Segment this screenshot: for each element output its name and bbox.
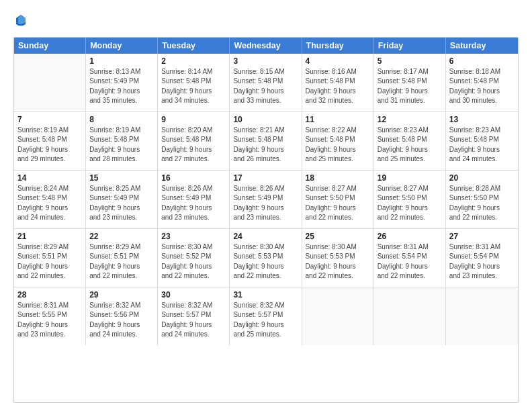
cell-line: Sunrise: 8:26 AM: [233, 184, 298, 194]
logo: [13, 13, 27, 32]
calendar-cell: 15Sunrise: 8:25 AMSunset: 5:49 PMDayligh…: [86, 171, 158, 228]
calendar-cell: 28Sunrise: 8:31 AMSunset: 5:55 PMDayligh…: [14, 287, 86, 345]
cell-line: and 34 minutes.: [161, 96, 226, 106]
calendar-cell: 18Sunrise: 8:27 AMSunset: 5:50 PMDayligh…: [302, 171, 374, 228]
cell-line: Sunrise: 8:19 AM: [89, 126, 154, 136]
cell-line: Daylight: 9 hours: [161, 320, 226, 330]
cell-line: and 25 minutes.: [233, 330, 298, 340]
calendar-cell: 3Sunrise: 8:15 AMSunset: 5:48 PMDaylight…: [230, 54, 302, 111]
calendar-header: SundayMondayTuesdayWednesdayThursdayFrid…: [14, 38, 518, 54]
calendar-cell: 29Sunrise: 8:32 AMSunset: 5:56 PMDayligh…: [86, 287, 158, 345]
cell-line: Sunset: 5:57 PM: [233, 310, 298, 320]
cell-line: and 30 minutes.: [449, 96, 515, 106]
cell-line: Daylight: 9 hours: [89, 203, 154, 214]
day-number: 12: [378, 115, 442, 124]
cell-line: and 26 minutes.: [233, 154, 298, 165]
cell-line: Sunrise: 8:20 AM: [161, 126, 226, 136]
cell-line: Sunset: 5:56 PM: [89, 310, 154, 320]
cell-line: Sunrise: 8:29 AM: [89, 242, 154, 253]
cell-line: Daylight: 9 hours: [378, 87, 442, 97]
cell-line: Sunset: 5:48 PM: [306, 135, 370, 145]
cell-line: Sunrise: 8:28 AM: [449, 184, 515, 194]
calendar-cell: 30Sunrise: 8:32 AMSunset: 5:57 PMDayligh…: [158, 287, 230, 345]
calendar-row: 14Sunrise: 8:24 AMSunset: 5:48 PMDayligh…: [14, 171, 518, 229]
day-number: 17: [233, 173, 298, 183]
cell-line: and 22 minutes.: [378, 271, 442, 281]
cell-line: Daylight: 9 hours: [17, 320, 82, 330]
cal-header-day: Thursday: [302, 38, 374, 54]
cell-line: Sunset: 5:54 PM: [378, 252, 442, 262]
day-number: 27: [449, 232, 515, 241]
calendar-cell: 11Sunrise: 8:22 AMSunset: 5:48 PMDayligh…: [302, 112, 374, 170]
cell-line: and 33 minutes.: [233, 96, 298, 106]
cell-line: Sunrise: 8:29 AM: [17, 242, 82, 253]
calendar-row: 21Sunrise: 8:29 AMSunset: 5:51 PMDayligh…: [14, 229, 518, 287]
cell-line: Sunset: 5:48 PM: [306, 77, 370, 87]
cell-line: and 24 minutes.: [17, 213, 82, 223]
cell-line: Sunset: 5:48 PM: [233, 77, 298, 87]
cell-line: Sunrise: 8:27 AM: [306, 184, 370, 194]
day-number: 21: [17, 232, 82, 241]
cell-line: Sunset: 5:50 PM: [449, 193, 515, 203]
calendar-cell: 6Sunrise: 8:18 AMSunset: 5:48 PMDaylight…: [446, 54, 518, 111]
cell-line: Sunset: 5:48 PM: [449, 77, 515, 87]
cell-line: Daylight: 9 hours: [233, 145, 298, 155]
calendar-cell: 22Sunrise: 8:29 AMSunset: 5:51 PMDayligh…: [86, 229, 158, 287]
calendar-cell: 14Sunrise: 8:24 AMSunset: 5:48 PMDayligh…: [14, 171, 86, 228]
cell-line: Sunset: 5:48 PM: [89, 135, 154, 145]
cell-line: and 22 minutes.: [306, 271, 370, 281]
cal-header-day: Friday: [374, 38, 446, 54]
cell-line: and 24 minutes.: [161, 330, 226, 340]
cell-line: Sunrise: 8:22 AM: [306, 126, 370, 136]
cell-line: Daylight: 9 hours: [306, 262, 370, 272]
day-number: 31: [233, 290, 298, 300]
cell-line: Daylight: 9 hours: [89, 145, 154, 155]
calendar-cell: 8Sunrise: 8:19 AMSunset: 5:48 PMDaylight…: [86, 112, 158, 170]
header: [13, 11, 519, 32]
calendar-cell: 19Sunrise: 8:27 AMSunset: 5:50 PMDayligh…: [374, 171, 446, 228]
cell-line: Sunrise: 8:27 AM: [378, 184, 442, 194]
cell-line: and 27 minutes.: [161, 154, 226, 165]
cell-line: Sunset: 5:49 PM: [89, 193, 154, 203]
cell-line: Daylight: 9 hours: [306, 87, 370, 97]
day-number: 4: [306, 56, 370, 66]
cell-line: Sunset: 5:49 PM: [233, 193, 298, 203]
calendar-body: 1Sunrise: 8:13 AMSunset: 5:49 PMDaylight…: [14, 54, 518, 345]
cell-line: Sunrise: 8:15 AM: [233, 67, 298, 77]
cell-line: Sunset: 5:57 PM: [161, 310, 226, 320]
cell-line: Sunset: 5:48 PM: [378, 77, 442, 87]
page: SundayMondayTuesdayWednesdayThursdayFrid…: [0, 0, 532, 411]
cell-line: Daylight: 9 hours: [17, 262, 82, 272]
calendar-cell: 25Sunrise: 8:30 AMSunset: 5:53 PMDayligh…: [302, 229, 374, 287]
day-number: 30: [161, 290, 226, 300]
cell-line: Sunset: 5:48 PM: [17, 193, 82, 203]
cell-line: Sunrise: 8:24 AM: [17, 184, 82, 194]
calendar-cell: 24Sunrise: 8:30 AMSunset: 5:53 PMDayligh…: [230, 229, 302, 287]
cell-line: and 28 minutes.: [89, 154, 154, 165]
cell-line: Sunrise: 8:23 AM: [378, 126, 442, 136]
cell-line: Sunset: 5:48 PM: [161, 77, 226, 87]
cell-line: Sunset: 5:48 PM: [378, 135, 442, 145]
day-number: 15: [89, 173, 154, 183]
cell-line: Sunset: 5:53 PM: [306, 252, 370, 262]
day-number: 19: [378, 173, 442, 183]
cell-line: Daylight: 9 hours: [449, 145, 515, 155]
cell-line: Daylight: 9 hours: [378, 203, 442, 214]
cell-line: Daylight: 9 hours: [17, 145, 82, 155]
calendar-cell: 31Sunrise: 8:32 AMSunset: 5:57 PMDayligh…: [230, 287, 302, 345]
cell-line: Sunrise: 8:26 AM: [161, 184, 226, 194]
calendar-cell: 27Sunrise: 8:31 AMSunset: 5:54 PMDayligh…: [446, 229, 518, 287]
cell-line: Sunrise: 8:21 AM: [233, 126, 298, 136]
cell-line: and 35 minutes.: [89, 96, 154, 106]
calendar-cell: 5Sunrise: 8:17 AMSunset: 5:48 PMDaylight…: [374, 54, 446, 111]
cell-line: and 32 minutes.: [306, 96, 370, 106]
cell-line: Daylight: 9 hours: [233, 262, 298, 272]
cell-line: Daylight: 9 hours: [378, 262, 442, 272]
cell-line: Daylight: 9 hours: [233, 203, 298, 214]
day-number: 5: [378, 56, 442, 66]
cal-header-day: Monday: [86, 38, 158, 54]
cell-line: Sunrise: 8:17 AM: [378, 67, 442, 77]
calendar-cell: 4Sunrise: 8:16 AMSunset: 5:48 PMDaylight…: [302, 54, 374, 111]
cell-line: and 22 minutes.: [449, 213, 515, 223]
cell-line: and 22 minutes.: [89, 271, 154, 281]
